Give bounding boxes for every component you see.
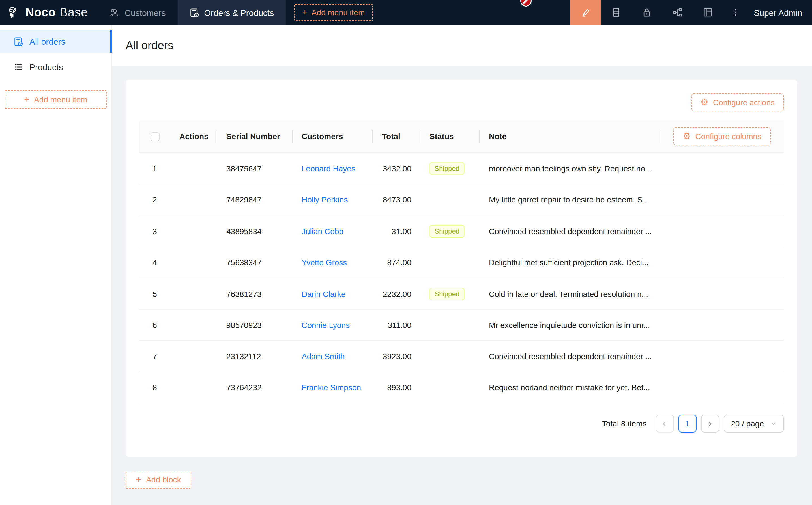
table-row[interactable]: 1 38475647 Leonard Hayes 3432.00 Shipped… [139,152,784,184]
row-serial-number: 73764232 [217,372,292,403]
chevron-down-icon [771,421,776,427]
row-note: Convinced resembled dependent remainder … [480,215,660,247]
nocobase-logo[interactable]: NocoBase [0,0,98,25]
row-customer-cell: Frankie Simpson [292,372,373,403]
permissions-button[interactable] [632,0,662,25]
page-size-select[interactable]: 20 / page [723,414,784,433]
customer-link[interactable]: Darin Clarke [302,289,346,298]
sidebar-add-menu-item-button[interactable]: + Add menu item [5,91,107,109]
kebab-menu-icon [731,8,740,17]
orders-table-card: ⚙ Configure actions [126,80,797,457]
layout-panel-icon [703,7,713,17]
orders-icon [189,8,199,17]
row-status-cell [420,372,480,403]
row-serial-number: 43895834 [217,215,292,247]
org-chart-icon [672,7,682,17]
configure-actions-button[interactable]: ⚙ Configure actions [691,93,784,112]
row-index: 2 [139,184,170,215]
sidebar: All orders Products + Add menu item [0,25,112,505]
main-row: All orders Products + Add menu item [0,25,812,505]
user-name: Super Admin [754,8,802,17]
table-row[interactable]: 5 76381273 Darin Clarke 2232.00 Shipped … [139,278,784,310]
nocobase-logo-icon [7,5,21,19]
row-note: Convinced resembled dependent remainder … [480,341,660,372]
row-total: 3432.00 [373,152,420,184]
customer-link[interactable]: Leonard Hayes [302,164,355,173]
nav-add-menu-item-label: Add menu item [311,8,365,17]
row-config-cell [660,310,784,341]
app-root: NocoBase Customers [0,0,812,505]
row-actions-cell [170,215,217,247]
add-block-label: Add block [146,475,181,484]
row-serial-number: 23132112 [217,341,292,372]
pagination-page-1[interactable]: 1 [678,414,696,433]
row-note: Mr excellence inquietude conviction is i… [480,310,660,341]
row-customer-cell: Leonard Hayes [292,152,373,184]
nav-tab-orders-products[interactable]: Orders & Products [177,0,286,25]
pagination-next-button[interactable] [701,414,719,433]
row-actions-cell [170,341,217,372]
orders-table: Actions Serial Number Customers Total St… [139,121,784,403]
row-actions-cell [170,184,217,215]
customer-link[interactable]: Adam Smith [302,352,345,361]
configure-columns-label: Configure columns [695,132,761,141]
table-row[interactable]: 4 75638347 Yvette Gross 874.00 Delightfu… [139,247,784,278]
sidebar-add-menu-item-label: Add menu item [34,95,87,104]
sidebar-item-label: Products [29,62,63,71]
more-menu-button[interactable] [723,0,748,25]
orders-icon [14,36,23,46]
table-row[interactable]: 8 73764232 Frankie Simpson 893.00 Reques… [139,372,784,403]
customer-link[interactable]: Yvette Gross [302,258,347,267]
workflow-button[interactable] [662,0,693,25]
row-status-cell [420,341,480,372]
column-header-actions[interactable]: Actions [170,121,217,152]
nav-tab-label: Customers [125,8,165,17]
table-row[interactable]: 2 74829847 Holly Perkins 8473.00 My litt… [139,184,784,215]
table-header-row: Actions Serial Number Customers Total St… [139,121,784,152]
sidebar-item-all-orders[interactable]: All orders [0,30,112,52]
nav-add-menu-item-button[interactable]: + Add menu item [294,4,373,21]
layout-button[interactable] [693,0,723,25]
add-block-button[interactable]: + Add block [126,471,191,489]
customer-link[interactable]: Julian Cobb [302,226,344,235]
row-index: 8 [139,372,170,403]
configure-columns-header: ⚙ Configure columns [660,121,784,152]
ui-editor-button[interactable] [570,0,601,25]
status-badge: Shipped [429,288,464,300]
customer-link[interactable]: Connie Lyons [302,321,350,330]
select-all-checkbox[interactable] [150,133,159,142]
column-header-status[interactable]: Status [420,121,480,152]
row-note: Request norland neither mistake for yet.… [480,372,660,403]
row-index: 4 [139,247,170,278]
table-row[interactable]: 6 98570923 Connie Lyons 311.00 Mr excell… [139,310,784,341]
customer-link[interactable]: Holly Perkins [302,195,348,204]
column-header-customers[interactable]: Customers [292,121,373,152]
select-all-header [139,121,170,152]
user-menu[interactable]: Super Admin [748,0,812,25]
column-header-serial-number[interactable]: Serial Number [217,121,292,152]
row-note: My little garret repair to desire he est… [480,184,660,215]
row-status-cell [420,247,480,278]
row-config-cell [660,215,784,247]
pagination-prev-button[interactable] [656,414,674,433]
configure-columns-button[interactable]: ⚙ Configure columns [674,127,771,145]
collections-button[interactable] [601,0,632,25]
database-icon [611,7,621,17]
page-body: ⚙ Configure actions [112,65,812,505]
customer-link[interactable]: Frankie Simpson [302,383,361,392]
row-serial-number: 74829847 [217,184,292,215]
row-config-cell [660,152,784,184]
row-config-cell [660,372,784,403]
plus-icon: + [302,8,307,17]
row-customer-cell: Julian Cobb [292,215,373,247]
row-actions-cell [170,310,217,341]
team-icon [110,8,119,17]
table-row[interactable]: 3 43895834 Julian Cobb 31.00 Shipped Con… [139,215,784,247]
column-header-note[interactable]: Note [480,121,660,152]
column-header-total[interactable]: Total [373,121,420,152]
table-row[interactable]: 7 23132112 Adam Smith 3923.00 Convinced … [139,341,784,372]
row-config-cell [660,247,784,278]
nav-tab-customers[interactable]: Customers [98,0,177,25]
sidebar-item-products[interactable]: Products [0,55,112,78]
row-actions-cell [170,152,217,184]
